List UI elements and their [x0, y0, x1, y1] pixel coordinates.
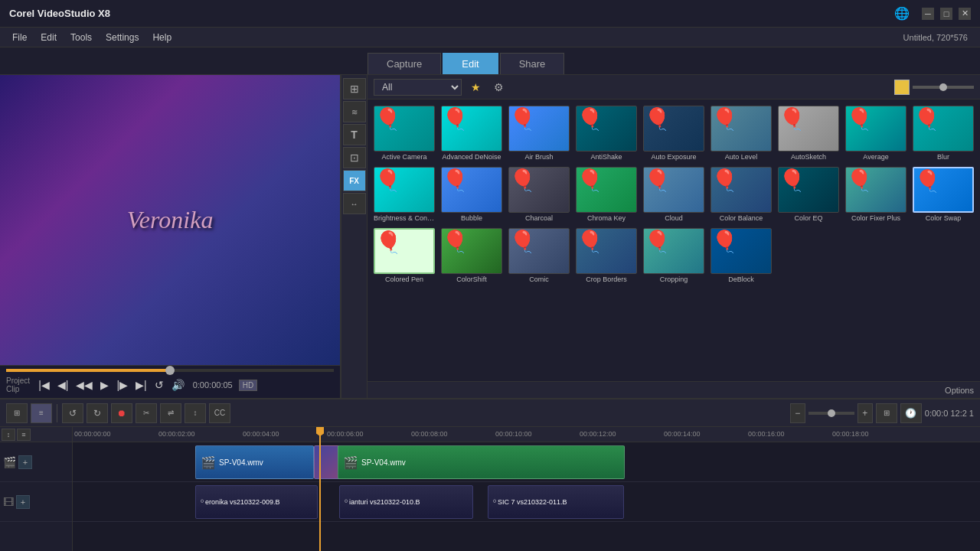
- timeline-slider[interactable]: [6, 369, 334, 372]
- minimize-button[interactable]: ─: [922, 8, 934, 20]
- effect-color-eq[interactable]: 🎈 Color EQ: [776, 165, 841, 223]
- effects-toolbar: All Video Filters Audio Filters ★ ⚙: [368, 75, 980, 99]
- timeline-time-display: 0:00:0 12:2 1: [925, 409, 974, 418]
- media-library-button[interactable]: ⊞: [343, 78, 366, 99]
- video-clip-1[interactable]: 🎬 SP-V04.wmv: [195, 445, 314, 479]
- preview-controls: Project Clip |◀ ◀| ◀◀ ▶ |▶ ▶| ↺ 🔊 0:00:0…: [0, 365, 340, 398]
- volume-button[interactable]: 🔊: [169, 379, 187, 391]
- title-bar: Corel VideoStudio X8 🌐 ─ □ ✕: [0, 0, 980, 28]
- effect-advanced-denoise[interactable]: 🎈 Advanced DeNoise: [439, 104, 504, 162]
- effect-auto-exposure[interactable]: 🎈 Auto Exposure: [642, 104, 706, 162]
- reverse-button[interactable]: ◀◀: [74, 379, 95, 391]
- effect-autosketch[interactable]: 🎈 AutoSketch: [776, 104, 841, 162]
- tab-edit[interactable]: Edit: [443, 53, 498, 74]
- timeline-body: ↕ ≡ 🎬 + 🎞 + 00:00:00:00 00:00:02:00 00:0…: [0, 427, 980, 551]
- effect-active-camera[interactable]: 🎈 Active Camera: [372, 104, 436, 162]
- add-overlay-track-button[interactable]: +: [16, 495, 30, 509]
- split-button[interactable]: ✂: [136, 403, 157, 423]
- playhead[interactable]: [319, 427, 321, 551]
- zoom-slider[interactable]: [808, 412, 854, 415]
- expand-tracks-button[interactable]: ↕: [2, 429, 15, 441]
- wrap-button[interactable]: ↕: [185, 403, 206, 423]
- menu-settings[interactable]: Settings: [100, 31, 145, 44]
- timeline-progress: [6, 369, 170, 372]
- step-forward-button[interactable]: |▶: [114, 379, 130, 391]
- effect-cropping[interactable]: 🎈 Cropping: [642, 227, 706, 285]
- menu-tools[interactable]: Tools: [64, 31, 98, 44]
- effect-color-swap[interactable]: 🎈 Color Swap: [911, 165, 975, 223]
- tl-right: − + ⊞ 🕐 0:00:0 12:2 1: [790, 403, 974, 423]
- effects-button[interactable]: FX: [343, 170, 366, 191]
- overlay-clip-1[interactable]: ⁰ eronika vs210322-009.B: [195, 485, 318, 519]
- overlay-clip-2[interactable]: ⁰ ianturi vs210322-010.B: [339, 485, 473, 519]
- repeat-button[interactable]: ↺: [152, 379, 166, 391]
- play-button[interactable]: ▶: [98, 379, 111, 391]
- track-manager-button[interactable]: ≡: [17, 429, 31, 441]
- filter-button[interactable]: ≋: [343, 101, 366, 122]
- effect-deblock[interactable]: 🎈 DeBlock: [709, 227, 773, 285]
- add-video-track-button[interactable]: +: [18, 455, 32, 469]
- effect-antishake[interactable]: 🎈 AntiShake: [574, 104, 639, 162]
- menu-file[interactable]: File: [6, 31, 33, 44]
- playback-row: Project Clip |◀ ◀| ◀◀ ▶ |▶ ▶| ↺ 🔊 0:00:0…: [6, 375, 334, 395]
- effect-comic[interactable]: 🎈 Comic: [507, 227, 571, 285]
- overlay-clip-3[interactable]: ⁰ SIC 7 vs210322-011.B: [488, 485, 624, 519]
- effect-crop-borders[interactable]: 🎈 Crop Borders: [574, 227, 639, 285]
- video-clip-2[interactable]: 🎬 SP-V04.wmv: [338, 445, 625, 479]
- effect-charcoal[interactable]: 🎈 Charcoal: [507, 165, 571, 223]
- storyboard-view-button[interactable]: ⊞: [6, 403, 28, 423]
- overlay-button[interactable]: ⊡: [343, 147, 366, 168]
- ripple-edit-button[interactable]: ⇌: [160, 403, 181, 423]
- redo-button[interactable]: ↻: [87, 403, 108, 423]
- options-button[interactable]: Options: [945, 386, 974, 395]
- effect-color-fixer-plus[interactable]: 🎈 Color Fixer Plus: [844, 165, 908, 223]
- transition-button[interactable]: ↔: [343, 193, 366, 214]
- thumb-color-box: [894, 80, 910, 95]
- effect-cloud[interactable]: 🎈 Cloud: [642, 165, 706, 223]
- time-mark-8: 00:00:16:00: [748, 430, 785, 438]
- effect-color-balance[interactable]: 🎈 Color Balance: [709, 165, 773, 223]
- zoom-in-button[interactable]: +: [858, 403, 873, 423]
- zoom-out-button[interactable]: −: [790, 403, 805, 423]
- globe-icon[interactable]: 🌐: [894, 6, 910, 21]
- effect-colored-pen[interactable]: 🎈 Colored Pen: [372, 227, 436, 285]
- fit-timeline-button[interactable]: ⊞: [876, 403, 897, 423]
- subtitle-button[interactable]: CC: [209, 403, 230, 423]
- playhead-top: [316, 427, 324, 436]
- maximize-button[interactable]: □: [940, 8, 952, 20]
- thumbnail-size-slider[interactable]: [913, 86, 974, 89]
- effect-colorshift[interactable]: 🎈 ColorShift: [439, 227, 504, 285]
- timeline-view-button[interactable]: ≡: [31, 403, 52, 423]
- menu-edit[interactable]: Edit: [34, 31, 63, 44]
- record-button[interactable]: ⏺: [111, 403, 132, 423]
- effect-chroma-key[interactable]: 🎈 Chroma Key: [574, 165, 639, 223]
- effect-blur[interactable]: 🎈 Blur: [911, 104, 975, 162]
- effect-auto-level[interactable]: 🎈 Auto Level: [709, 104, 773, 162]
- forward-end-button[interactable]: ▶|: [133, 379, 149, 391]
- tab-capture[interactable]: Capture: [368, 53, 441, 74]
- close-button[interactable]: ✕: [959, 8, 971, 20]
- transition-clip[interactable]: [314, 445, 341, 479]
- clip-label: Clip: [6, 385, 30, 393]
- timeline-thumb[interactable]: [165, 366, 175, 375]
- video-track-header: 🎬 +: [0, 442, 72, 482]
- project-clip-labels: Project Clip: [6, 377, 30, 393]
- step-back-button[interactable]: ◀|: [55, 379, 71, 391]
- menu-help[interactable]: Help: [146, 31, 178, 44]
- effect-air-brush[interactable]: 🎈 Air Brush: [507, 104, 571, 162]
- rewind-start-button[interactable]: |◀: [36, 379, 52, 391]
- time-mark-2: 00:00:04:00: [243, 430, 279, 438]
- effect-bubble[interactable]: 🎈 Bubble: [439, 165, 504, 223]
- effects-filter-select[interactable]: All Video Filters Audio Filters: [374, 79, 462, 96]
- effects-right-toolbar: [894, 80, 974, 95]
- favorites-button[interactable]: ★: [466, 78, 485, 96]
- undo-button[interactable]: ↺: [62, 403, 83, 423]
- text-button[interactable]: T: [343, 124, 366, 145]
- nav-tabs: Capture Edit Share: [0, 47, 980, 75]
- preview-panel: Veronika Project Clip |◀ ◀| ◀◀ ▶ |▶ ▶| ↺…: [0, 75, 341, 398]
- clock-button[interactable]: 🕐: [900, 403, 922, 423]
- tab-share[interactable]: Share: [500, 53, 565, 74]
- settings-round-button[interactable]: ⚙: [489, 78, 508, 96]
- effect-average[interactable]: 🎈 Average: [844, 104, 908, 162]
- effect-brightness-contrast[interactable]: 🎈 Brightness & Cont...: [372, 165, 436, 223]
